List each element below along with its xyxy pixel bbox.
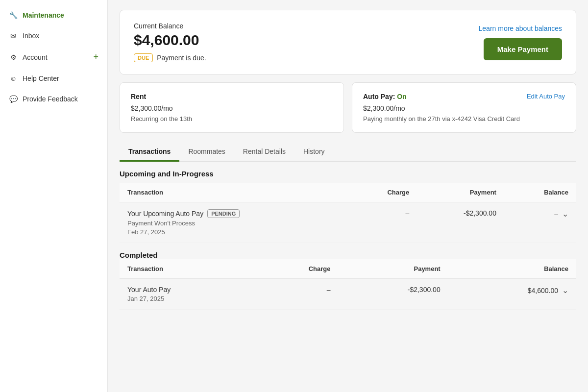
edit-autopay-link[interactable]: Edit Auto Pay <box>527 93 565 100</box>
completed-heading: Completed <box>120 243 576 259</box>
completed-tx-payment: -$2,300.00 <box>338 279 448 310</box>
col-transaction-completed: Transaction <box>120 259 253 279</box>
upcoming-tx-balance: – ⌄ <box>504 202 576 243</box>
completed-tx-charge: – <box>253 279 338 310</box>
sidebar-item-provide-feedback[interactable]: 💬 Provide Feedback <box>0 89 107 109</box>
completed-section: Completed Transaction Charge Payment Bal… <box>120 243 576 310</box>
gear-icon: ⚙ <box>9 53 18 62</box>
tab-transactions[interactable]: Transactions <box>120 143 179 162</box>
rent-title: Rent <box>131 93 333 100</box>
sidebar-item-maintenance[interactable]: 🔧 Maintenance <box>0 5 107 25</box>
upcoming-tx-name-cell: Your Upcoming Auto Pay PENDING Payment W… <box>120 202 349 243</box>
col-transaction-upcoming: Transaction <box>120 183 349 202</box>
feedback-icon: 💬 <box>9 95 18 103</box>
help-icon: ☺ <box>9 74 18 83</box>
completed-tx-name: Your Auto Pay <box>127 286 245 294</box>
inbox-icon: ✉ <box>9 31 18 40</box>
due-badge: DUE <box>134 53 153 62</box>
table-row: Your Auto Pay Jan 27, 2025 – -$2,300.00 … <box>120 279 576 310</box>
info-cards-row: Rent $2,300.00/mo Recurring on the 13th … <box>120 82 576 133</box>
tabs-bar: Transactions Roommates Rental Details Hi… <box>120 143 576 162</box>
due-text: Payment is due. <box>157 54 206 62</box>
upcoming-table: Transaction Charge Payment Balance Your … <box>120 183 576 243</box>
balance-card: Current Balance $4,600.00 DUE Payment is… <box>120 10 576 74</box>
rent-recurring: Recurring on the 13th <box>131 115 333 122</box>
rent-amount: $2,300.00/mo <box>131 104 333 112</box>
table-row: Your Upcoming Auto Pay PENDING Payment W… <box>120 202 576 243</box>
balance-amount: $4,600.00 <box>134 32 206 49</box>
autopay-amount: $2,300.00/mo <box>363 104 565 112</box>
col-balance-completed: Balance <box>448 259 576 279</box>
col-charge-upcoming: Charge <box>349 183 417 202</box>
add-account-button[interactable]: + <box>93 52 98 62</box>
main-content: Current Balance $4,600.00 DUE Payment is… <box>108 0 588 392</box>
balance-actions: Learn more about balances Make Payment <box>479 24 562 60</box>
autopay-title: Auto Pay: On <box>363 93 407 100</box>
autopay-card: Auto Pay: On Edit Auto Pay $2,300.00/mo … <box>352 82 576 133</box>
col-charge-completed: Charge <box>253 259 338 279</box>
autopay-description: Paying monthly on the 27th via x-4242 Vi… <box>363 115 565 122</box>
completed-tx-balance: $4,600.00 ⌄ <box>448 279 576 310</box>
upcoming-section: Upcoming and In-Progress Transaction Cha… <box>120 162 576 243</box>
tab-history[interactable]: History <box>294 143 334 162</box>
chevron-down-icon[interactable]: ⌄ <box>562 286 568 295</box>
learn-more-link[interactable]: Learn more about balances <box>479 24 562 32</box>
col-balance-upcoming: Balance <box>504 183 576 202</box>
col-payment-upcoming: Payment <box>417 183 504 202</box>
completed-tx-sub1: Jan 27, 2025 <box>127 295 245 302</box>
sidebar-item-inbox[interactable]: ✉ Inbox <box>0 25 107 46</box>
tool-icon: 🔧 <box>9 11 18 20</box>
completed-tx-name-cell: Your Auto Pay Jan 27, 2025 <box>120 279 253 310</box>
completed-table: Transaction Charge Payment Balance Your … <box>120 259 576 310</box>
upcoming-tx-name: Your Upcoming Auto Pay PENDING <box>127 209 342 218</box>
due-row: DUE Payment is due. <box>134 53 206 62</box>
upcoming-tx-charge: – <box>349 202 417 243</box>
balance-info: Current Balance $4,600.00 DUE Payment is… <box>134 22 206 62</box>
upcoming-tx-sub1: Payment Won't Process <box>127 220 342 227</box>
balance-label: Current Balance <box>134 22 206 30</box>
sidebar-item-help-center[interactable]: ☺ Help Center <box>0 68 107 89</box>
upcoming-tx-payment: -$2,300.00 <box>417 202 504 243</box>
tab-rental-details[interactable]: Rental Details <box>234 143 294 162</box>
upcoming-tx-sub2: Feb 27, 2025 <box>127 228 342 236</box>
sidebar: 🔧 Maintenance ✉ Inbox ⚙ Account + ☺ Help… <box>0 0 108 392</box>
rent-card: Rent $2,300.00/mo Recurring on the 13th <box>120 82 344 133</box>
make-payment-button[interactable]: Make Payment <box>484 38 562 60</box>
tab-roommates[interactable]: Roommates <box>179 143 234 162</box>
autopay-status: On <box>397 93 406 100</box>
upcoming-heading: Upcoming and In-Progress <box>120 162 576 183</box>
autopay-header: Auto Pay: On Edit Auto Pay <box>363 93 565 104</box>
pending-badge: PENDING <box>207 209 240 218</box>
chevron-down-icon[interactable]: ⌄ <box>562 209 568 219</box>
col-payment-completed: Payment <box>338 259 448 279</box>
sidebar-item-account[interactable]: ⚙ Account + <box>0 46 107 68</box>
